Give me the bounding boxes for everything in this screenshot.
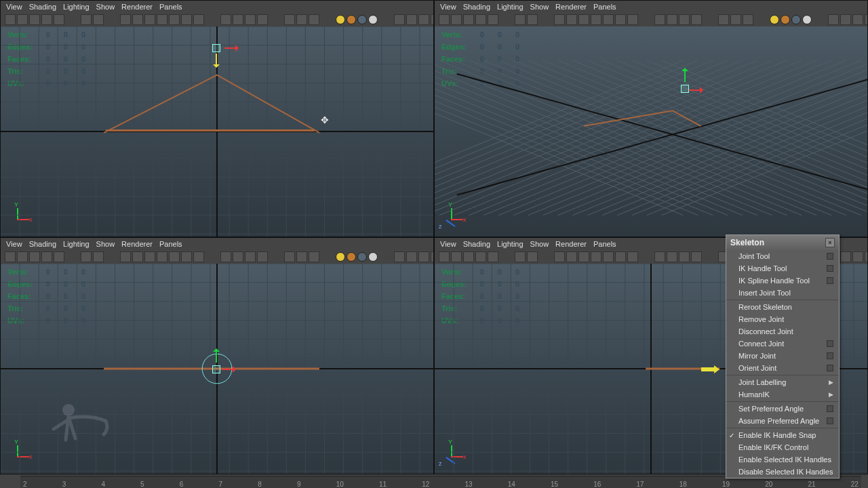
toolbar-button[interactable]: [193, 251, 204, 262]
option-box-icon[interactable]: [827, 365, 833, 371]
toolbar-button[interactable]: [451, 251, 462, 262]
option-box-icon[interactable]: [827, 418, 833, 424]
toolbar-button[interactable]: [257, 251, 268, 262]
menu-show[interactable]: Show: [530, 3, 549, 11]
manipulator-pivot[interactable]: [212, 365, 220, 373]
manipulator-y-arrow-icon[interactable]: [684, 68, 686, 82]
skeleton-menu-item[interactable]: Remove Joint: [726, 313, 839, 325]
menu-renderer[interactable]: Renderer: [121, 3, 153, 11]
toolbar-button[interactable]: [840, 251, 851, 262]
toolbar-button[interactable]: [309, 14, 319, 25]
option-box-icon[interactable]: [827, 265, 833, 272]
option-box-icon[interactable]: [827, 253, 833, 260]
skeleton-menu-item[interactable]: HumanIK▶: [726, 388, 839, 401]
skeleton-menu-item[interactable]: Mirror Joint: [726, 350, 839, 362]
menu-shading[interactable]: Shading: [29, 240, 56, 248]
toolbar-button[interactable]: [679, 251, 690, 262]
toolbar-button[interactable]: [193, 14, 204, 25]
menu-renderer[interactable]: Renderer: [121, 240, 153, 248]
toolbar-button[interactable]: [233, 251, 243, 262]
menu-shading[interactable]: Shading: [463, 240, 490, 248]
toolbar-button[interactable]: [743, 14, 753, 25]
skeleton-menu-item[interactable]: Insert Joint Tool: [726, 287, 839, 299]
light-indicator-icon[interactable]: [791, 15, 801, 24]
toolbar-button[interactable]: [566, 251, 577, 262]
skeleton-menu-item[interactable]: Assume Preferred Angle: [726, 415, 839, 427]
toolbar-button[interactable]: [667, 251, 677, 262]
menu-shading[interactable]: Shading: [29, 3, 56, 11]
toolbar-button[interactable]: [679, 14, 690, 25]
menu-lighting[interactable]: Lighting: [63, 3, 90, 11]
toolbar-button[interactable]: [54, 14, 64, 25]
toolbar-button[interactable]: [284, 251, 295, 262]
skeleton-menu-item[interactable]: Connect Joint: [726, 338, 839, 350]
toolbar-button[interactable]: [394, 251, 405, 262]
toolbar-button[interactable]: [554, 14, 565, 25]
toolbar-button[interactable]: [5, 251, 16, 262]
toolbar-button[interactable]: [852, 14, 863, 25]
toolbar-button[interactable]: [220, 251, 231, 262]
toolbar-button[interactable]: [309, 251, 319, 262]
toolbar-button[interactable]: [730, 14, 741, 25]
skeleton-menu-item[interactable]: Enable IK Handle Snap: [726, 429, 839, 441]
menu-panels[interactable]: Panels: [593, 240, 616, 248]
toolbar-button[interactable]: [54, 251, 64, 262]
manipulator-arrow-icon[interactable]: [701, 367, 715, 371]
toolbar-button[interactable]: [81, 251, 92, 262]
toolbar-button[interactable]: [828, 14, 839, 25]
toolbar-button[interactable]: [515, 251, 526, 262]
toolbar-button[interactable]: [627, 14, 638, 25]
toolbar-button[interactable]: [591, 251, 601, 262]
toolbar-button[interactable]: [554, 251, 565, 262]
toolbar-button[interactable]: [296, 251, 307, 262]
option-box-icon[interactable]: [827, 340, 833, 347]
toolbar-button[interactable]: [220, 14, 231, 25]
toolbar-button[interactable]: [488, 251, 498, 262]
toolbar-button[interactable]: [439, 251, 450, 262]
toolbar-button[interactable]: [718, 14, 729, 25]
skeleton-menu-item[interactable]: IK Spline Handle Tool: [726, 274, 839, 287]
menu-show[interactable]: Show: [530, 240, 549, 248]
toolbar-button[interactable]: [41, 251, 52, 262]
toolbar-button[interactable]: [245, 251, 256, 262]
toolbar-button[interactable]: [691, 14, 702, 25]
menu-lighting[interactable]: Lighting: [497, 240, 524, 248]
toolbar-button[interactable]: [475, 251, 486, 262]
toolbar-button[interactable]: [463, 14, 474, 25]
toolbar-button[interactable]: [29, 14, 40, 25]
menu-view[interactable]: View: [440, 240, 456, 248]
menu-renderer[interactable]: Renderer: [555, 240, 587, 248]
light-indicator-icon[interactable]: [336, 15, 345, 24]
skeleton-menu-item[interactable]: Joint Labelling▶: [726, 376, 839, 388]
toolbar-button[interactable]: [406, 14, 417, 25]
toolbar-button[interactable]: [181, 14, 192, 25]
toolbar-button[interactable]: [233, 14, 243, 25]
toolbar-button[interactable]: [463, 251, 474, 262]
skeleton-menu-item[interactable]: Set Preferred Angle: [726, 403, 839, 415]
light-indicator-icon[interactable]: [347, 252, 356, 262]
menu-panels[interactable]: Panels: [159, 240, 182, 248]
toolbar-button[interactable]: [93, 14, 104, 25]
manipulator-y-arrow-icon[interactable]: [216, 349, 217, 363]
light-indicator-icon[interactable]: [347, 15, 356, 24]
toolbar-button[interactable]: [603, 251, 614, 262]
toolbar-button[interactable]: [627, 251, 638, 262]
toolbar-button[interactable]: [667, 14, 677, 25]
skeleton-menu-item[interactable]: Joint Tool: [726, 250, 839, 262]
menu-view[interactable]: View: [6, 240, 22, 248]
light-indicator-icon[interactable]: [368, 252, 378, 262]
toolbar-button[interactable]: [691, 251, 702, 262]
toolbar-button[interactable]: [566, 14, 577, 25]
toolbar-button[interactable]: [865, 14, 868, 25]
toolbar-button[interactable]: [418, 251, 429, 262]
toolbar-button[interactable]: [418, 14, 429, 25]
toolbar-button[interactable]: [120, 14, 131, 25]
menu-show[interactable]: Show: [96, 3, 115, 11]
menu-lighting[interactable]: Lighting: [63, 240, 90, 248]
toolbar-button[interactable]: [578, 14, 589, 25]
toolbar-button[interactable]: [488, 14, 498, 25]
toolbar-button[interactable]: [29, 251, 40, 262]
toolbar-button[interactable]: [451, 14, 462, 25]
toolbar-button[interactable]: [475, 14, 486, 25]
toolbar-button[interactable]: [615, 251, 626, 262]
